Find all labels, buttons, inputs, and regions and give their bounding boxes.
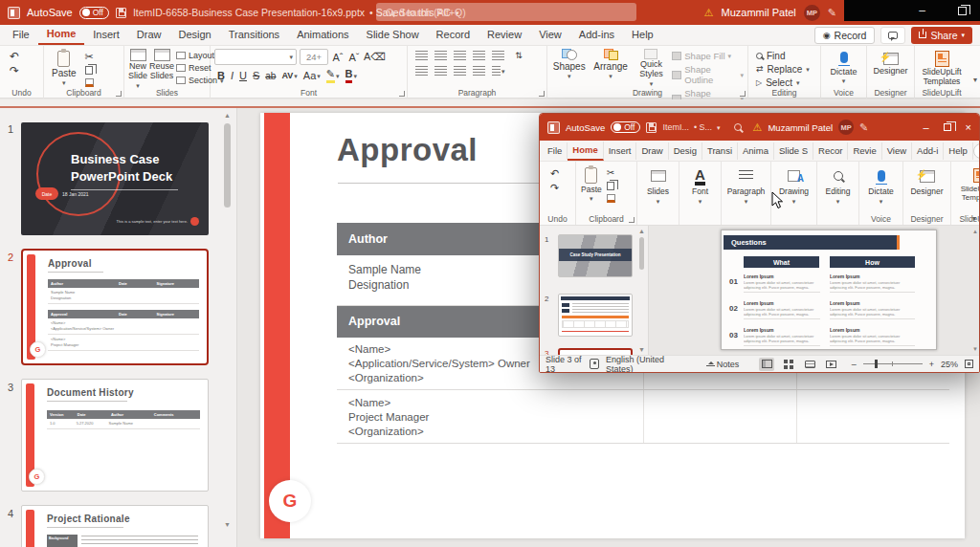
align-right-icon[interactable] — [454, 66, 466, 76]
highlight-color-button[interactable]: ✎▾ — [326, 69, 340, 83]
shrink-font-icon[interactable]: Aˇ — [347, 52, 361, 63]
collapse-ribbon-icon[interactable]: ▾ — [972, 214, 976, 223]
zoom-out-button[interactable]: – — [852, 360, 857, 369]
search-input[interactable]: Search (Alt+Q) — [376, 3, 636, 21]
tab-transitions[interactable]: Transi — [702, 142, 738, 160]
tab-add-ins[interactable]: Add-i — [912, 142, 944, 160]
scroll-down-icon[interactable]: ▼ — [222, 521, 233, 528]
slide-thumbnail-2-selected[interactable]: Approval AuthorDateSignature Sample Name… — [21, 249, 209, 365]
align-left-icon[interactable] — [415, 66, 428, 76]
cut-icon[interactable]: ✂ — [607, 168, 615, 178]
clear-formatting-icon[interactable]: A⌫ — [364, 51, 385, 63]
redo-icon[interactable]: ↷ — [10, 65, 39, 77]
tab-insert[interactable]: Insert — [84, 26, 128, 44]
slide-sorter-view-button[interactable] — [781, 358, 796, 371]
scroll-up-icon[interactable]: ▲ — [972, 229, 978, 234]
underline-button[interactable]: U — [239, 70, 247, 81]
slide-thumbnail-4[interactable]: Project Rationale Background — [21, 505, 209, 547]
quick-styles-button[interactable]: Quick Styles ▾ — [635, 49, 669, 87]
comments-button[interactable] — [880, 27, 905, 44]
designer-button[interactable]: ⚡ Designer — [871, 49, 910, 76]
shape-outline-button[interactable]: Shape Outline▾ — [672, 64, 744, 85]
tab-animations[interactable]: Anima — [738, 142, 774, 160]
line-spacing-icon[interactable] — [492, 51, 504, 60]
collapse-ribbon-icon[interactable]: ▾ — [973, 76, 977, 84]
tab-review[interactable]: Review — [479, 26, 530, 44]
questions-slide-canvas[interactable]: Questions What How 01 Lorem IpsumLorem i… — [721, 230, 937, 350]
align-center-icon[interactable] — [434, 66, 447, 76]
undo-icon[interactable]: ↶ — [550, 168, 572, 179]
tab-view[interactable]: View — [530, 26, 570, 44]
bold-button[interactable]: B — [217, 70, 225, 81]
columns-button[interactable]: ▾ — [492, 66, 505, 76]
tab-record[interactable]: Record — [428, 26, 479, 44]
dialog-launcher-icon[interactable] — [740, 91, 746, 97]
tab-file[interactable]: File — [543, 142, 568, 160]
bullets-icon[interactable] — [415, 51, 428, 60]
record-button[interactable]: ◉Record — [814, 27, 876, 44]
tab-slide-show[interactable]: Slide Show — [358, 26, 428, 44]
tab-record[interactable]: Recor — [813, 142, 848, 160]
accessibility-icon[interactable] — [590, 359, 599, 369]
overlay-thumbnail-3-selected[interactable] — [558, 348, 633, 355]
tab-home[interactable]: Home — [38, 25, 85, 45]
autosave-toggle[interactable]: Off — [611, 121, 640, 133]
zoom-level[interactable]: 25% — [941, 360, 958, 369]
indent-increase-icon[interactable] — [473, 51, 485, 60]
font-size-input[interactable]: 24+ — [300, 49, 328, 65]
new-slide-button[interactable]: New Slide ▾ — [128, 49, 147, 89]
tab-design[interactable]: Desig — [669, 142, 702, 160]
dialog-launcher-icon[interactable] — [539, 91, 545, 97]
paste-button[interactable]: Paste ▾ — [48, 49, 80, 88]
numbering-icon[interactable] — [434, 51, 447, 60]
format-painter-icon[interactable] — [607, 194, 615, 203]
reuse-slides-button[interactable]: Reuse Slides — [149, 49, 174, 81]
document-title[interactable]: ItemI... — [662, 122, 689, 132]
select-button[interactable]: ▷Select▾ — [756, 76, 816, 89]
minimize-button[interactable]: – — [923, 121, 928, 133]
reading-view-button[interactable] — [803, 358, 818, 371]
slide-thumbnail-3[interactable]: Document History VersionDateAuthorCommen… — [21, 379, 209, 492]
zoom-slider-thumb[interactable] — [875, 360, 878, 368]
editing-dropdown[interactable]: Editing ▾ — [817, 162, 859, 225]
overlay-thumbnail-1[interactable]: Case Study Presentation — [558, 234, 633, 277]
italic-button[interactable]: I — [231, 70, 234, 81]
slide-title[interactable]: Approval — [337, 132, 478, 168]
indent-decrease-icon[interactable] — [454, 51, 466, 60]
document-title[interactable]: ItemID-6658-Business Case Presentation-1… — [133, 7, 365, 18]
find-button[interactable]: Find — [756, 49, 816, 62]
close-button[interactable]: × — [966, 121, 971, 133]
undo-icon[interactable]: ↶ — [10, 51, 39, 62]
scroll-down-icon[interactable]: ▼ — [637, 346, 646, 353]
save-icon[interactable] — [116, 8, 126, 18]
notes-button[interactable]: Notes — [706, 360, 740, 369]
avatar[interactable]: MP — [804, 5, 820, 21]
normal-view-button[interactable] — [759, 358, 774, 371]
shape-fill-button[interactable]: Shape Fill▾ — [672, 51, 744, 61]
scrollbar-thumb[interactable] — [224, 123, 231, 208]
share-button[interactable]: Share▾ — [911, 27, 972, 44]
font-name-input[interactable]: ▾ — [214, 49, 297, 65]
dialog-launcher-icon[interactable] — [629, 217, 635, 223]
pen-icon[interactable]: ✎ — [828, 7, 836, 19]
strikethrough-button[interactable]: S — [253, 70, 259, 81]
tab-draw[interactable]: Draw — [128, 26, 170, 44]
tab-add-ins[interactable]: Add-ins — [570, 26, 623, 44]
save-icon[interactable] — [646, 122, 657, 133]
dialog-launcher-icon[interactable] — [116, 91, 122, 97]
minimize-button[interactable]: – — [919, 5, 925, 16]
zoom-in-button[interactable]: + — [929, 360, 934, 369]
tab-animations[interactable]: Animations — [288, 26, 357, 44]
fit-to-window-icon[interactable] — [965, 360, 973, 368]
user-name[interactable]: Muzammil Patel — [768, 122, 833, 133]
character-spacing-button[interactable]: AV▾ — [281, 71, 297, 80]
overlay-thumbnail-2[interactable] — [558, 294, 633, 337]
redo-icon[interactable]: ↷ — [550, 183, 572, 193]
maximize-button[interactable] — [944, 123, 951, 131]
paragraph-dropdown[interactable]: Paragraph ▾ — [722, 162, 771, 225]
scroll-down-icon[interactable]: ▼ — [972, 346, 978, 352]
font-dropdown[interactable]: A Font ▾ — [679, 162, 722, 225]
font-color-button[interactable]: B▾ — [345, 69, 357, 83]
voice-group[interactable]: Dictate ▾ Voice — [859, 162, 903, 225]
scrollbar-thumb[interactable] — [639, 237, 644, 270]
